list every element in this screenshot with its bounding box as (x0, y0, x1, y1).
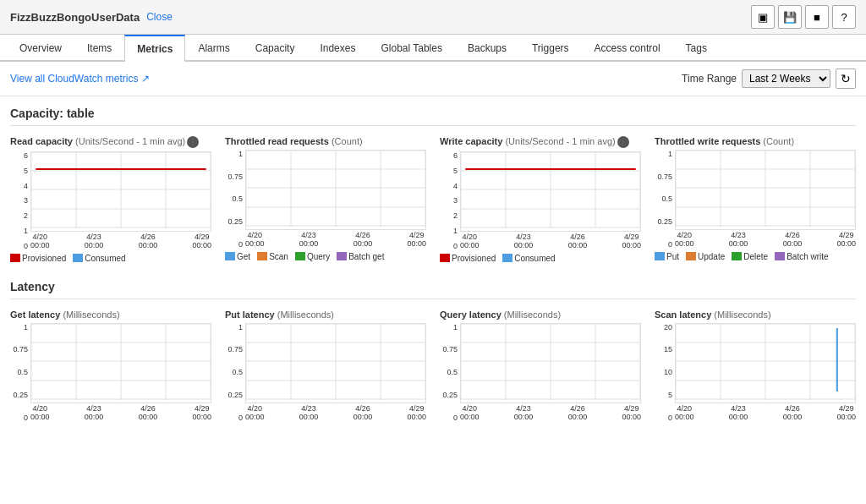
chart-title: Query latency (Milliseconds) (440, 310, 641, 320)
legend-label: Scan (269, 252, 288, 261)
x-label: 4/26 00:00 (139, 233, 158, 250)
legend-label: Batch get (348, 252, 384, 261)
y-label: 0 (225, 240, 243, 249)
legend-color (655, 252, 665, 260)
tab-backups[interactable]: Backups (455, 35, 519, 62)
y-axis: 10.750.50.250 (225, 323, 245, 422)
x-label: 4/26 00:00 (783, 405, 803, 422)
x-label: 4/23 00:00 (299, 405, 319, 422)
chart-container: Throttled write requests (Count)10.750.5… (655, 136, 856, 263)
y-label: 0.75 (225, 173, 243, 181)
chart-container: Throttled read requests (Count)10.750.50… (225, 136, 426, 263)
x-label: 4/23 00:00 (514, 233, 534, 250)
chart-legend: PutUpdateDeleteBatch write (655, 252, 856, 261)
y-label: 0.25 (225, 391, 243, 399)
legend-label: Provisioned (452, 254, 496, 263)
legend-label: Get (237, 252, 250, 261)
tab-global-tables[interactable]: Global Tables (368, 35, 455, 62)
x-label: 4/23 00:00 (85, 405, 104, 422)
legend-color (732, 252, 742, 260)
cloudwatch-link[interactable]: View all CloudWatch metrics ↗ (10, 73, 150, 85)
y-label: 1 (225, 150, 243, 158)
close-link[interactable]: Close (146, 11, 173, 23)
x-label: 4/29 00:00 (836, 405, 856, 422)
y-label: 20 (655, 323, 672, 331)
legend-color (257, 252, 267, 260)
info-icon[interactable]: i (187, 136, 199, 148)
panel-btn-2[interactable]: 💾 (778, 5, 802, 29)
time-range-controls: Time Range Last 2 WeeksLast 1 HourLast 3… (682, 68, 856, 89)
tab-indexes[interactable]: Indexes (307, 35, 368, 62)
y-label: 6 (440, 151, 458, 160)
chart-container: Read capacity (Units/Second - 1 min avg)… (10, 136, 211, 263)
chart-container: Get latency (Milliseconds)10.750.50.2504… (10, 310, 211, 422)
info-icon[interactable]: i (617, 136, 629, 148)
x-label: 4/29 00:00 (407, 405, 426, 422)
y-label: 0.75 (10, 345, 28, 353)
chart-title: Write capacity (Units/Second - 1 min avg… (440, 136, 641, 148)
x-axis: 4/20 00:004/23 00:004/26 00:004/29 00:00 (460, 405, 641, 422)
main-scroll[interactable]: Capacity: tableRead capacity (Units/Seco… (0, 96, 866, 504)
legend-label: Consumed (85, 254, 125, 263)
chart-title: Get latency (Milliseconds) (10, 310, 211, 320)
chart-area (245, 323, 426, 403)
panel-btn-1[interactable]: ▣ (751, 5, 775, 29)
chart-container: Write capacity (Units/Second - 1 min avg… (440, 136, 641, 263)
tab-triggers[interactable]: Triggers (519, 35, 582, 62)
section-title: Latency (10, 280, 856, 299)
legend-color (225, 252, 235, 260)
y-label: 0.5 (440, 368, 458, 376)
legend-label: Put (666, 252, 679, 261)
panel-btn-3[interactable]: ■ (805, 5, 829, 29)
x-label: 4/20 00:00 (245, 405, 265, 422)
y-axis: 6543210 (440, 151, 460, 250)
chart-legend: ProvisionedConsumed (10, 254, 211, 263)
legend-item: Scan (257, 252, 288, 261)
tab-overview[interactable]: Overview (7, 35, 74, 62)
top-bar-icons: ▣ 💾 ■ ? (751, 5, 856, 29)
x-label: 4/29 00:00 (407, 232, 426, 249)
chart-area (245, 150, 426, 230)
y-axis: 10.750.50.250 (225, 150, 245, 249)
chart-area (460, 151, 641, 232)
legend-item: Batch get (337, 252, 384, 261)
y-label: 1 (440, 227, 458, 235)
x-label: 4/29 00:00 (622, 233, 641, 250)
x-label: 4/20 00:00 (675, 405, 694, 422)
y-label: 1 (225, 323, 243, 331)
y-label: 0.5 (10, 368, 28, 376)
chart-legend: GetScanQueryBatch get (225, 252, 426, 261)
time-range-select[interactable]: Last 2 WeeksLast 1 HourLast 3 HoursLast … (742, 69, 830, 88)
legend-item: Put (655, 252, 679, 261)
refresh-btn[interactable]: ↻ (836, 68, 856, 89)
y-label: 15 (655, 345, 672, 353)
tab-items[interactable]: Items (74, 35, 124, 62)
legend-color (440, 254, 450, 262)
chart-title: Put latency (Milliseconds) (225, 310, 426, 320)
y-label: 0.25 (440, 391, 458, 399)
chart-area (30, 151, 211, 232)
y-label: 0.75 (440, 345, 458, 353)
y-axis: 10.750.50.250 (655, 150, 675, 249)
y-label: 0 (440, 414, 458, 422)
y-label: 0.25 (225, 217, 243, 226)
y-label: 3 (10, 196, 28, 205)
legend-item: Update (686, 252, 725, 261)
help-btn[interactable]: ? (832, 5, 856, 29)
legend-color (686, 252, 696, 260)
y-label: 0 (440, 242, 458, 250)
x-label: 4/23 00:00 (729, 405, 748, 422)
legend-item: Provisioned (440, 254, 496, 263)
tab-tags[interactable]: Tags (673, 35, 720, 62)
tab-capacity[interactable]: Capacity (243, 35, 308, 62)
x-label: 4/29 00:00 (836, 232, 856, 249)
tab-alarms[interactable]: Alarms (185, 35, 242, 62)
chart-title: Read capacity (Units/Second - 1 min avg)… (10, 136, 211, 148)
x-label: 4/23 00:00 (299, 232, 319, 249)
tab-metrics[interactable]: Metrics (124, 35, 185, 62)
legend-color (295, 252, 305, 260)
section-1: LatencyGet latency (Milliseconds)10.750.… (10, 280, 856, 422)
x-label: 4/23 00:00 (85, 233, 104, 250)
time-range-label: Time Range (682, 73, 737, 85)
tab-access-control[interactable]: Access control (582, 35, 673, 62)
